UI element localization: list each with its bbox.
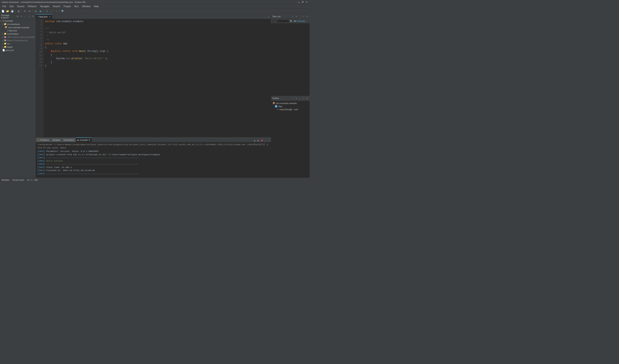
tb-separator-1 [15, 10, 15, 13]
task-list-title: Task List [272, 15, 291, 18]
tab-close-button[interactable]: ✕ [49, 16, 51, 18]
editor-tab-appjava[interactable]: J App.java ✕ [36, 14, 52, 19]
console-max-icon[interactable]: □ [267, 139, 270, 142]
outline-sort-icon[interactable]: ↕ [291, 97, 295, 100]
explorer-min-icon[interactable]: _ [24, 15, 27, 18]
menu-project[interactable]: Project [62, 5, 72, 8]
task-add-icon[interactable]: + [291, 15, 295, 18]
explorer-max-icon[interactable]: □ [28, 15, 30, 18]
tb-redo-button[interactable]: ↪ [28, 9, 32, 13]
menu-source[interactable]: Source [15, 5, 26, 8]
task-close-icon[interactable]: ✕ [305, 15, 309, 18]
console-icon: ▶ [78, 139, 79, 141]
minimize-button[interactable]: 🗕 [298, 1, 300, 3]
tb-step-into-button[interactable]: ↓ [50, 9, 54, 13]
tb-save-button[interactable]: 💾 [10, 9, 14, 13]
menu-edit[interactable]: Edit [8, 5, 15, 8]
console-line-6: [INFO] Total time: 41.568 s [37, 166, 269, 169]
outline-header-icons: ↕ ≡ _ □ ✕ [291, 97, 309, 100]
menu-refactor[interactable]: Refactor [26, 5, 38, 8]
tree-item-package[interactable]: 📦 com.example.example [0, 26, 36, 29]
task-filter-icons: 🔍 [290, 20, 293, 23]
tb-print-button[interactable]: 🖨 [16, 9, 21, 13]
task-filter-icon[interactable]: 🔍 [290, 20, 293, 23]
console-toolbar-icons: ■ 🗑 📌 _ □ [252, 139, 271, 142]
bottom-panel: ⚠ Problems Javadoc Declaration ▶ Console… [36, 137, 271, 178]
tree-item-jre[interactable]: ▸ 📚 JRE System Library [JavaSE-1.8] [0, 35, 36, 39]
pom-icon: 📄 [2, 49, 5, 51]
tree-label-maven: Maven Dependencies [7, 39, 28, 41]
tree-label-target: target [7, 46, 13, 48]
console-pin-icon[interactable]: 📌 [260, 139, 263, 142]
console-clear-icon[interactable]: 🗑 [257, 139, 260, 142]
editor-min-icon[interactable]: _ [264, 16, 267, 19]
expand-icon: ▸ [1, 20, 2, 22]
outline-item-class[interactable]: C App [271, 105, 310, 108]
explorer-collapse-icon[interactable]: ⊟ [16, 15, 19, 18]
outline-item-method[interactable]: ● main(String[]) : void [271, 108, 310, 111]
code-content[interactable]: package com.example.example; /** * Hello… [43, 19, 271, 137]
tb-search-button[interactable]: 🔍 [61, 9, 65, 13]
maximize-button[interactable]: 🗗 [301, 1, 304, 3]
tb-open-button[interactable]: 📂 [5, 9, 10, 13]
menu-window[interactable]: Window [81, 5, 92, 8]
tree-item-maven-deps[interactable]: ▸ 📚 Maven Dependencies [0, 39, 36, 42]
tree-label-jre: JRE System Library [JavaSE-1.8] [7, 36, 36, 38]
tb-step-out-button[interactable]: ↑ [54, 9, 58, 13]
tree-item-example[interactable]: ▸ 🗀 example [0, 19, 36, 22]
task-menu-icon[interactable]: ≡ [295, 15, 298, 18]
task-filter-input[interactable] [272, 19, 289, 23]
task-min-icon[interactable]: _ [298, 15, 301, 18]
tab-declaration[interactable]: Declaration [62, 137, 76, 142]
tree-item-src-main-java[interactable]: ▾ 📁 src/main/java [0, 22, 36, 26]
task-list-header: Task List + ≡ _ □ ✕ [271, 14, 310, 19]
task-activate-link[interactable]: Activate... [297, 20, 307, 22]
method-icon: ● [277, 108, 279, 110]
close-button[interactable]: ✕ [305, 1, 308, 3]
task-max-icon[interactable]: □ [302, 15, 305, 18]
tree-item-target[interactable]: ▸ 📁 target [0, 45, 36, 49]
expand-icon: ▸ [2, 43, 3, 45]
tab-label-javadoc: Javadoc [52, 139, 60, 141]
menu-search[interactable]: Search [51, 5, 62, 8]
tab-problems[interactable]: ⚠ Problems [36, 137, 51, 142]
package-explorer-panel: Package Explorer ⊟ ≡ _ □ ✕ ▸ 🗀 example ▾… [0, 14, 36, 178]
status-bar: Writable Smart Insert 14 : 1 : 195 [0, 178, 310, 182]
tab-console[interactable]: ▶ Console ✕ [76, 137, 92, 142]
outline-min-icon[interactable]: _ [298, 97, 301, 100]
tree-item-src-test-java[interactable]: ▸ 📁 src/test/java [0, 32, 36, 35]
status-writable: Writable [1, 179, 9, 181]
editor-max-icon[interactable]: □ [267, 16, 270, 19]
menu-help[interactable]: Help [92, 5, 100, 8]
tb-debug-button[interactable]: ▶ [34, 9, 38, 13]
explorer-menu-icon[interactable]: ≡ [20, 15, 23, 18]
menu-run[interactable]: Run [73, 5, 80, 8]
editor-tab-controls: _ □ [263, 16, 271, 19]
tb-new-button[interactable]: 📄 [1, 9, 5, 13]
tree-label-package: com.example.example [8, 26, 29, 29]
tb-undo-button[interactable]: ↩ [23, 9, 27, 13]
tab-javadoc[interactable]: Javadoc [51, 137, 62, 142]
outline-close-icon[interactable]: ✕ [305, 97, 309, 100]
explorer-close-icon[interactable]: ✕ [31, 15, 34, 18]
tree-item-src[interactable]: ▸ 📁 src [0, 42, 36, 45]
task-all-label: All [294, 20, 296, 22]
console-line-5: [INFO] ---------------------------------… [37, 162, 269, 166]
tree-item-appjava[interactable]: J App.java [0, 29, 36, 32]
main-area: Package Explorer ⊟ ≡ _ □ ✕ ▸ 🗀 example ▾… [0, 14, 310, 178]
console-tab-close[interactable]: ✕ [88, 139, 90, 141]
outline-item-package[interactable]: 📦 com.example.example [271, 102, 310, 105]
project-icon: 🗀 [2, 20, 4, 22]
tb-run-button[interactable]: ▶ [39, 9, 43, 13]
menu-file[interactable]: File [1, 5, 8, 8]
console-terminate-icon[interactable]: ■ [253, 139, 256, 142]
tree-item-pom[interactable]: 📄 pom.xml [0, 49, 36, 52]
tb-step-over-button[interactable]: ⤵ [45, 9, 49, 13]
outline-menu-icon[interactable]: ≡ [295, 97, 298, 100]
toolbar: 📄 📂 💾 🖨 ↩ ↪ ▶ ▶ ⤵ ↓ ↑ 🔍 [0, 9, 310, 14]
console-min-icon[interactable]: _ [264, 139, 267, 142]
outline-max-icon[interactable]: □ [302, 97, 305, 100]
editor-content[interactable]: 1 2 3 4 5 6 7 8 9 10 11 12 13 14 package… [36, 19, 271, 137]
status-smart-insert: Smart Insert [12, 179, 24, 181]
menu-navigate[interactable]: Navigate [39, 5, 51, 8]
